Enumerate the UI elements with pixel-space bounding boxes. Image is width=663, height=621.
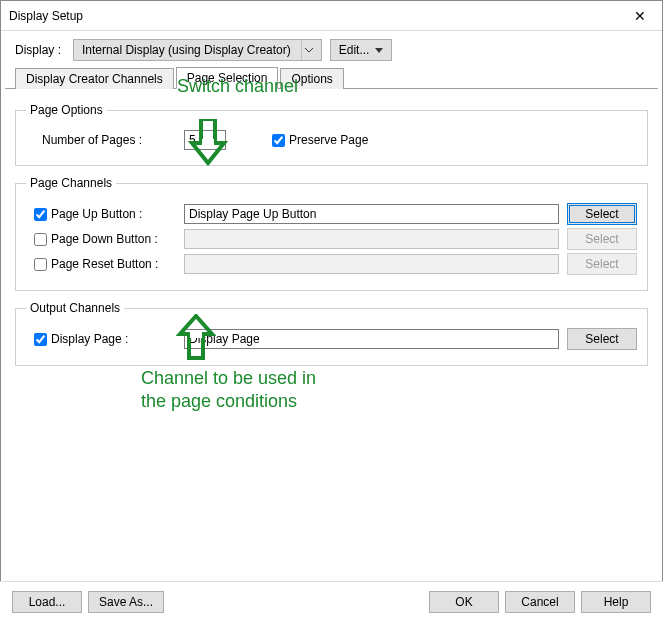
page-channels-legend: Page Channels [26, 176, 116, 190]
close-button[interactable]: ✕ [618, 1, 662, 30]
ok-button[interactable]: OK [429, 591, 499, 613]
display-dropdown-value: Internal Display (using Display Creator) [82, 43, 291, 57]
page-channels-group: Page Channels Page Up Button : Select Pa… [15, 176, 648, 291]
display-page-select-button[interactable]: Select [567, 328, 637, 350]
tab-options[interactable]: Options [280, 68, 343, 89]
page-up-select-button[interactable]: Select [567, 203, 637, 225]
button-bar: Load... Save As... OK Cancel Help [0, 581, 663, 621]
page-reset-check-input[interactable] [34, 258, 47, 271]
preserve-page-check-input[interactable] [272, 134, 285, 147]
page-reset-select-button: Select [567, 253, 637, 275]
saveas-button[interactable]: Save As... [88, 591, 164, 613]
help-button[interactable]: Help [581, 591, 651, 613]
display-page-checkbox[interactable]: Display Page : [26, 332, 176, 346]
page-up-value-input[interactable] [184, 204, 559, 224]
num-pages-input[interactable] [184, 130, 226, 150]
preserve-page-checkbox[interactable]: Preserve Page [272, 133, 368, 147]
display-dropdown[interactable]: Internal Display (using Display Creator) [73, 39, 322, 61]
close-icon: ✕ [634, 8, 646, 24]
page-down-checkbox[interactable]: Page Down Button : [26, 232, 176, 246]
cancel-button[interactable]: Cancel [505, 591, 575, 613]
chevron-down-icon [301, 40, 317, 60]
window-title: Display Setup [9, 9, 618, 23]
page-down-select-button: Select [567, 228, 637, 250]
preserve-page-label: Preserve Page [289, 133, 368, 147]
titlebar: Display Setup ✕ [1, 1, 662, 31]
page-up-check-input[interactable] [34, 208, 47, 221]
page-up-label: Page Up Button : [51, 207, 142, 221]
display-label: Display : [15, 43, 61, 57]
tab-page-selection[interactable]: Page Selection [176, 67, 279, 89]
page-options-group: Page Options Number of Pages : Preserve … [15, 103, 648, 166]
output-channels-legend: Output Channels [26, 301, 124, 315]
annotation-used-text: Channel to be used in the page condition… [141, 367, 316, 412]
display-row: Display : Internal Display (using Displa… [1, 31, 662, 67]
page-down-value-input [184, 229, 559, 249]
tabstrip: Display Creator Channels Page Selection … [5, 67, 658, 89]
num-pages-label: Number of Pages : [26, 133, 176, 147]
page-down-check-input[interactable] [34, 233, 47, 246]
triangle-down-icon [375, 48, 383, 53]
output-channels-group: Output Channels Display Page : Select [15, 301, 648, 366]
display-page-value-input[interactable] [184, 329, 559, 349]
page-options-legend: Page Options [26, 103, 107, 117]
page-reset-checkbox[interactable]: Page Reset Button : [26, 257, 176, 271]
display-page-label: Display Page : [51, 332, 128, 346]
page-down-label: Page Down Button : [51, 232, 158, 246]
load-button[interactable]: Load... [12, 591, 82, 613]
display-page-check-input[interactable] [34, 333, 47, 346]
page-reset-label: Page Reset Button : [51, 257, 158, 271]
edit-label: Edit... [339, 43, 370, 57]
page-reset-value-input [184, 254, 559, 274]
page-up-checkbox[interactable]: Page Up Button : [26, 207, 176, 221]
edit-menu-button[interactable]: Edit... [330, 39, 393, 61]
tab-content: Page Options Number of Pages : Preserve … [1, 89, 662, 589]
tab-display-creator-channels[interactable]: Display Creator Channels [15, 68, 174, 89]
